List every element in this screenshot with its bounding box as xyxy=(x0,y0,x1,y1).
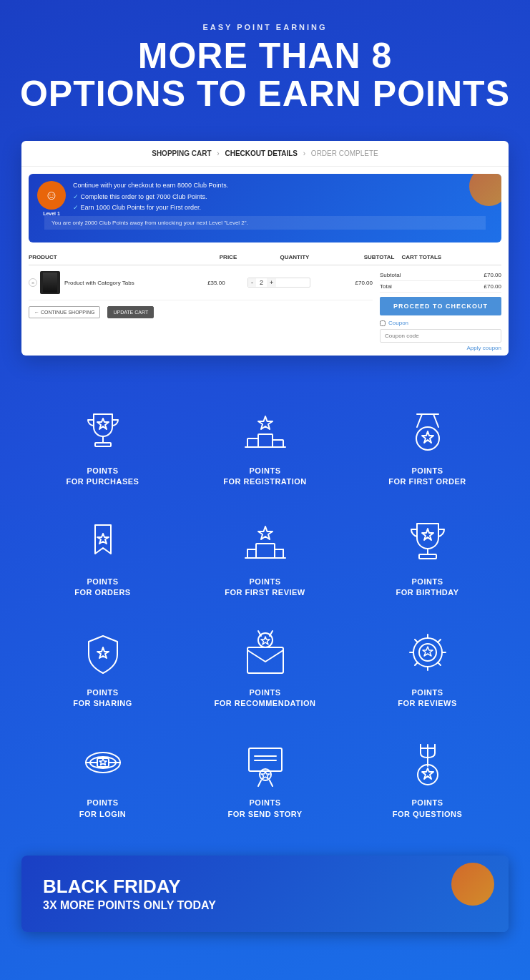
envelope-medal-icon xyxy=(240,627,290,677)
product-price: £35.00 xyxy=(185,280,247,286)
qty-value: 2 xyxy=(256,278,267,287)
product-name: Product with Category Tabs xyxy=(64,280,134,286)
svg-rect-4 xyxy=(258,434,273,447)
remove-button[interactable]: × xyxy=(29,278,37,287)
belt-icon xyxy=(78,738,128,788)
coupon-input[interactable] xyxy=(380,329,501,343)
qty-plus[interactable]: + xyxy=(267,278,276,287)
proceed-to-checkout-button[interactable]: PROCEED TO CHECKOUT xyxy=(380,297,501,315)
points-text: Continue with your checkout to earn 8000… xyxy=(73,181,493,215)
icon-label: POINTSFOR REGISTRATION xyxy=(223,466,307,488)
icon-label: POINTSFOR SHARING xyxy=(73,687,132,710)
trophy-icon xyxy=(78,406,128,456)
svg-marker-2 xyxy=(97,418,109,429)
coupon-checkbox[interactable] xyxy=(380,320,386,326)
update-cart-button[interactable]: UPDATE CART xyxy=(107,306,154,318)
svg-marker-3 xyxy=(258,416,273,429)
icon-item-belt: POINTSFOR LOGIN xyxy=(21,723,184,834)
hero-section: EASY POINT EARNING MORE THAN 8 OPTIONS T… xyxy=(0,0,530,127)
product-subtotal: £70.00 xyxy=(310,280,373,286)
svg-marker-12 xyxy=(258,526,273,539)
cart-totals: Subtotal £70.00 Total £70.00 PROCEED TO … xyxy=(373,265,501,356)
icon-item-envelope-medal: POINTSFOR RECOMMENDATION xyxy=(184,613,346,724)
icon-item-trident-medal: POINTSFOR QUESTIONS xyxy=(346,723,509,834)
total-row: Total £70.00 xyxy=(380,281,501,293)
points-progress: You are only 2000 Club Points away from … xyxy=(44,216,486,230)
trophy-star-icon xyxy=(403,516,453,567)
bf-title: BLACK FRIDAY xyxy=(43,876,487,898)
icon-item-bookmark: POINTSFOR ORDERS xyxy=(21,502,184,613)
icons-grid: POINTSFOR PURCHASES POINTSFOR REGISTRATI… xyxy=(0,377,530,848)
svg-marker-34 xyxy=(99,759,107,765)
svg-rect-13 xyxy=(256,544,275,558)
medal-icon xyxy=(403,406,453,456)
svg-rect-6 xyxy=(273,440,283,447)
icon-label: POINTSFOR PURCHASES xyxy=(67,466,139,488)
continue-shopping-button[interactable]: ← CONTINUE SHOPPING xyxy=(29,306,100,318)
level-badge-wrap: ☺ Level 1 xyxy=(37,181,66,216)
subtotal-row: Subtotal £70.00 xyxy=(380,270,501,281)
svg-point-9 xyxy=(416,427,439,450)
icon-item-gear-star: POINTSFOR REVIEWS xyxy=(346,613,509,724)
breadcrumb: SHOPPING CART › CHECKOUT DETAILS › ORDER… xyxy=(21,141,509,167)
icon-label: POINTSFOR FIRST REVIEW xyxy=(225,577,305,599)
svg-rect-20 xyxy=(419,554,436,559)
hero-title: MORE THAN 8 OPTIONS TO EARN POINTS xyxy=(14,37,516,112)
icon-label: POINTSFOR SEND STORY xyxy=(227,798,302,820)
cart-left: × Product with Category Tabs £35.00 - 2 … xyxy=(29,265,373,356)
level-label: Level 1 xyxy=(43,211,60,216)
quantity-control[interactable]: - 2 + xyxy=(247,278,310,288)
points-banner: ☺ Level 1 Continue with your checkout to… xyxy=(29,174,501,242)
icon-item-podium: POINTSFOR REGISTRATION xyxy=(184,391,346,502)
icon-item-trophy-star: POINTSFOR BIRTHDAY xyxy=(346,502,509,613)
svg-marker-21 xyxy=(422,529,433,540)
podium-icon xyxy=(240,406,290,456)
bookmark-icon xyxy=(78,516,128,567)
cart-table-header: PRODUCT PRICE QUANTITY SUBTOTAL CART TOT… xyxy=(29,250,501,265)
icon-item-trophy: POINTSFOR PURCHASES xyxy=(21,391,184,502)
coupon-section: Coupon Apply coupon xyxy=(380,320,501,351)
svg-marker-47 xyxy=(422,768,433,779)
bf-blob-decoration xyxy=(451,863,494,906)
gear-star-icon xyxy=(403,627,453,677)
trident-medal-icon xyxy=(403,738,453,788)
svg-marker-10 xyxy=(422,431,433,443)
icon-item-medal: POINTSFOR FIRST ORDER xyxy=(346,391,509,502)
hero-subtitle: EASY POINT EARNING xyxy=(14,23,516,31)
bf-subtitle: 3X MORE POINTS ONLY TODAY xyxy=(43,899,487,912)
icon-label: POINTSFOR ORDERS xyxy=(74,577,130,599)
icon-label: POINTSFOR REVIEWS xyxy=(398,687,457,710)
icon-item-podium-star: POINTSFOR FIRST REVIEW xyxy=(184,502,346,613)
cart-actions: ← CONTINUE SHOPPING UPDATE CART xyxy=(29,300,373,324)
icon-label: POINTSFOR LOGIN xyxy=(79,798,127,820)
product-image xyxy=(40,271,60,294)
icon-item-certificate: POINTSFOR SEND STORY xyxy=(184,723,346,834)
qty-minus[interactable]: - xyxy=(248,278,256,287)
black-friday-banner: BLACK FRIDAY 3X MORE POINTS ONLY TODAY xyxy=(21,856,509,932)
svg-rect-1 xyxy=(95,443,111,446)
table-row: × Product with Category Tabs £35.00 - 2 … xyxy=(29,265,373,300)
icon-label: POINTSFOR RECOMMENDATION xyxy=(214,687,315,710)
svg-rect-23 xyxy=(247,647,283,673)
certificate-icon xyxy=(240,738,290,788)
icon-label: POINTSFOR FIRST ORDER xyxy=(388,466,466,488)
cart-table: PRODUCT PRICE QUANTITY SUBTOTAL CART TOT… xyxy=(21,250,509,356)
svg-marker-22 xyxy=(97,647,109,658)
icon-label: POINTSFOR QUESTIONS xyxy=(393,798,463,820)
svg-line-40 xyxy=(258,780,261,786)
svg-line-41 xyxy=(270,780,273,786)
icon-item-shield: POINTSFOR SHARING xyxy=(21,613,184,724)
level-icon: ☺ xyxy=(37,181,66,210)
svg-marker-25 xyxy=(261,637,270,645)
cart-screenshot: SHOPPING CART › CHECKOUT DETAILS › ORDER… xyxy=(21,141,509,356)
svg-marker-39 xyxy=(261,771,270,779)
svg-rect-5 xyxy=(247,438,258,447)
svg-marker-11 xyxy=(97,534,109,544)
apply-coupon-button[interactable]: Apply coupon xyxy=(380,345,501,351)
svg-marker-28 xyxy=(423,647,433,656)
icon-label: POINTSFOR BIRTHDAY xyxy=(396,577,458,599)
podium-star-icon xyxy=(240,516,290,567)
cart-content-row: × Product with Category Tabs £35.00 - 2 … xyxy=(29,265,501,356)
shield-icon xyxy=(78,627,128,677)
